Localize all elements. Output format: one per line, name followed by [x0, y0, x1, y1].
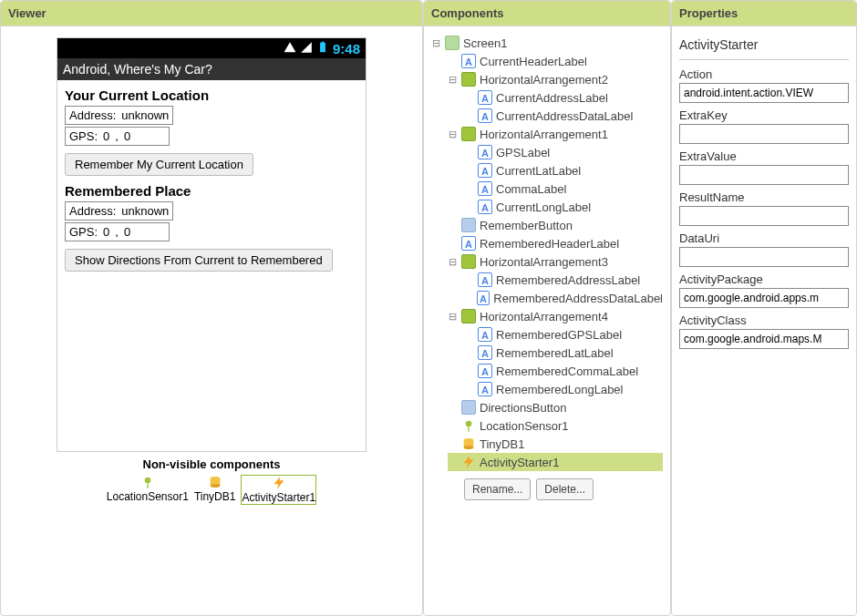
prop-resultname-input[interactable]	[679, 206, 849, 226]
tn-remGps: RememberedGPSLabel	[496, 328, 622, 342]
minus-icon[interactable]: ⊟	[448, 75, 458, 85]
tree-node-remheader[interactable]: ARememberedHeaderLabel	[448, 234, 663, 252]
bolt-icon	[272, 476, 286, 490]
bolt-icon	[461, 455, 476, 469]
prop-extrakey-label: ExtraKey	[679, 108, 849, 122]
nv-db-label: TinyDB1	[194, 490, 236, 503]
gps-lon: 0	[124, 129, 130, 143]
prop-datauri-input[interactable]	[679, 247, 849, 267]
tn-curAddr: CurrentAddressLabel	[496, 91, 608, 105]
tn-remAddrData: RememberedAddressDataLabel	[493, 292, 663, 305]
prop-extravalue-input[interactable]	[679, 165, 849, 185]
prop-extrakey-input[interactable]	[679, 124, 849, 144]
properties-header: Properties	[672, 1, 856, 26]
minus-icon[interactable]: ⊟	[448, 312, 458, 322]
tn-tinyDb: TinyDB1	[480, 437, 524, 451]
prop-action-input[interactable]	[679, 83, 849, 103]
tree-node-curaddrdata[interactable]: ACurrentAddressDataLabel	[464, 107, 663, 125]
tn-remComma: RememberedCommaLabel	[496, 364, 638, 378]
label-icon: A	[478, 181, 492, 196]
nonvisible-title: Non-visible components	[8, 457, 415, 471]
tn-directionsBtn: DirectionsButton	[480, 401, 566, 415]
prop-activityclass-input[interactable]	[679, 329, 849, 349]
tree-node-curlat[interactable]: ACurrentLatLabel	[464, 161, 663, 180]
remember-button[interactable]: Remember My Current Location	[65, 153, 253, 176]
tree-node-currentheader[interactable]: ACurrentHeaderLabel	[448, 52, 663, 70]
phone-content: Your Current Location Address: unknown G…	[57, 80, 366, 451]
label-icon: A	[478, 145, 492, 159]
tree-node-remlong[interactable]: ARememberedLongLabel	[464, 380, 663, 398]
tree-node-remaddrdata[interactable]: ARememberedAddressDataLabel	[464, 289, 663, 307]
svg-rect-0	[320, 42, 325, 52]
properties-component-name: ActivityStarter	[679, 34, 849, 60]
harrangement-icon	[461, 72, 476, 87]
prop-activitypackage-input[interactable]	[679, 288, 849, 308]
tn-comma: CommaLabel	[496, 182, 566, 196]
rename-button[interactable]: Rename...	[464, 478, 531, 500]
harrangement-icon	[461, 254, 476, 269]
tree-node-locsensor[interactable]: LocationSensor1	[448, 416, 663, 435]
nonvisible-tinydb[interactable]: TinyDB1	[194, 475, 236, 505]
tree-node-curlong[interactable]: ACurrentLongLabel	[464, 198, 663, 216]
tn-actStarter: ActivityStarter1	[480, 456, 559, 469]
prop-activitypackage-label: ActivityPackage	[679, 272, 849, 286]
svg-point-6	[466, 421, 472, 427]
prop-extravalue-label: ExtraValue	[679, 149, 849, 163]
phone-statusbar: 9:48	[57, 38, 366, 58]
remembered-address-row: Address: unknown	[65, 201, 173, 221]
tn-remAddr: RememberedAddressLabel	[496, 273, 640, 287]
tree-node-screen1[interactable]: ⊟ Screen1	[431, 34, 663, 52]
tree-node-comma[interactable]: ACommaLabel	[464, 180, 663, 198]
db-icon	[461, 436, 476, 451]
button-icon	[461, 400, 476, 415]
tree-node-remgps[interactable]: ARememberedGPSLabel	[464, 325, 663, 344]
tree-node-rememberbtn[interactable]: RememberButton	[448, 216, 663, 234]
svg-point-2	[145, 477, 151, 484]
wifi-icon	[284, 41, 296, 56]
harrangement-icon	[461, 309, 476, 323]
properties-body: ActivityStarter Action ExtraKey ExtraVal…	[672, 26, 856, 615]
tree-node-remaddr[interactable]: ARememberedAddressLabel	[464, 271, 663, 289]
minus-icon[interactable]: ⊟	[448, 257, 458, 267]
directions-button[interactable]: Show Directions From Current to Remember…	[65, 249, 333, 272]
minus-icon[interactable]: ⊟	[448, 129, 458, 139]
tree-node-harr4[interactable]: ⊟HorizontalArrangement4	[448, 307, 663, 325]
current-address-label: Address:	[69, 108, 116, 122]
nonvisible-locationsensor[interactable]: LocationSensor1	[107, 475, 189, 505]
nonvisible-section: Non-visible components LocationSensor1 T…	[8, 457, 415, 505]
gps2-label: GPS:	[69, 225, 98, 239]
tn-curAddrData: CurrentAddressDataLabel	[496, 109, 633, 123]
db-icon	[208, 475, 222, 489]
prop-action-label: Action	[679, 67, 849, 81]
delete-button[interactable]: Delete...	[536, 478, 594, 500]
tree-node-harr1[interactable]: ⊟HorizontalArrangement1	[448, 125, 663, 143]
tree-node-harr3[interactable]: ⊟HorizontalArrangement3	[448, 252, 663, 271]
minus-icon[interactable]: ⊟	[431, 38, 441, 48]
app-title: Android, Where's My Car?	[57, 58, 366, 80]
gps-lat: 0	[103, 129, 109, 143]
remembered-heading: Remembered Place	[65, 183, 358, 199]
components-header: Components	[424, 1, 670, 26]
label-icon: A	[478, 272, 492, 287]
tree-node-remlat[interactable]: ARememberedLatLabel	[464, 344, 663, 362]
current-address-row: Address: unknown	[65, 106, 173, 125]
properties-panel: Properties ActivityStarter Action ExtraK…	[671, 0, 857, 616]
prop-datauri-label: DataUri	[679, 231, 849, 245]
pin-icon	[461, 418, 476, 433]
tree-node-remcomma[interactable]: ARememberedCommaLabel	[464, 362, 663, 380]
tn-locSensor: LocationSensor1	[480, 419, 569, 433]
tree-node-curaddr[interactable]: ACurrentAddressLabel	[464, 88, 663, 107]
tree-node-tinydb[interactable]: TinyDB1	[448, 435, 663, 453]
tree-node-directionsbtn[interactable]: DirectionsButton	[448, 398, 663, 416]
tree-node-harr2[interactable]: ⊟HorizontalArrangement2	[448, 70, 663, 88]
remembered-address-label: Address:	[69, 204, 116, 218]
tree-node-gpslabel[interactable]: AGPSLabel	[464, 143, 663, 161]
gps-comma: ,	[115, 129, 119, 143]
label-icon: A	[478, 345, 492, 360]
current-gps-row: GPS: 0 , 0	[65, 127, 170, 146]
nv-loc-label: LocationSensor1	[107, 490, 189, 503]
tree-node-activitystarter[interactable]: ActivityStarter1	[448, 453, 663, 471]
label-icon: A	[478, 90, 492, 105]
nonvisible-activitystarter[interactable]: ActivityStarter1	[241, 475, 316, 505]
gps2-comma: ,	[115, 225, 119, 239]
